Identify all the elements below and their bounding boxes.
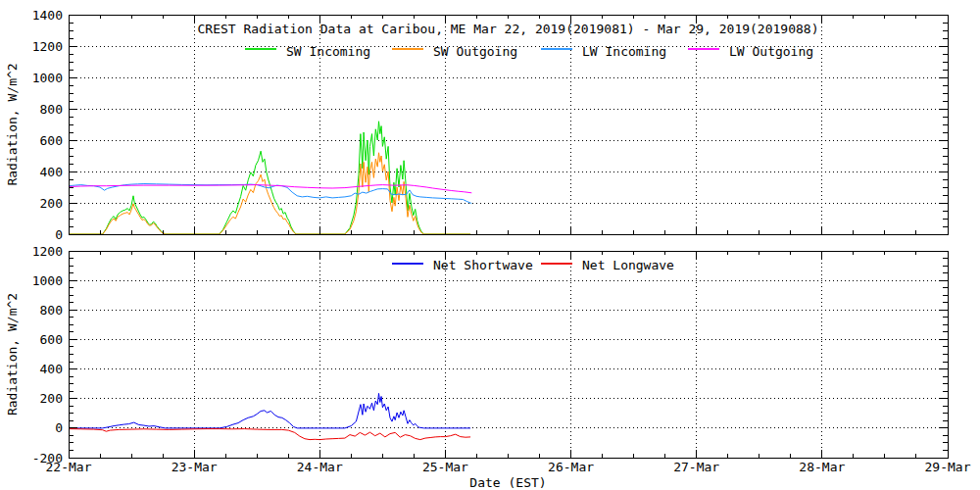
y-tick-label: 1200 [32, 39, 63, 54]
series-line-sw-outgoing [69, 153, 470, 234]
x-tick-label: 28-Mar [799, 460, 845, 474]
y-tick-label: 1000 [32, 273, 63, 288]
y-axis-title: Radiation, W/m^2 [5, 63, 20, 185]
x-tick-label: 29-Mar [925, 460, 971, 474]
y-tick-label: 1400 [32, 8, 63, 23]
x-axis-title: Date (EST) [469, 475, 546, 490]
y-tick-label: 200 [40, 391, 63, 406]
panel-border [69, 251, 948, 458]
chart-title: CREST Radiation Data at Caribou, ME Mar … [198, 22, 819, 36]
y-tick-label: 800 [40, 303, 63, 318]
series-line-sw-incoming [69, 122, 470, 234]
y-tick-label: 0 [55, 420, 63, 435]
y-tick-label: 400 [40, 362, 63, 376]
x-tick-label: 22-Mar [46, 460, 92, 474]
y-tick-label: 600 [40, 332, 63, 347]
x-tick-label: 26-Mar [548, 460, 594, 474]
y-tick-label: 200 [40, 196, 63, 211]
legend-label: Net Longwave [582, 258, 674, 272]
x-tick-label: 25-Mar [422, 460, 468, 474]
y-tick-label: 1000 [32, 71, 63, 85]
y-tick-label: 800 [40, 102, 63, 117]
y-tick-label: 400 [40, 165, 63, 179]
radiation-chart-svg: 0200400600800100012001400Radiation, W/m^… [0, 0, 980, 490]
radiation-figure: 0200400600800100012001400Radiation, W/m^… [0, 0, 980, 490]
y-axis-title: Radiation, W/m^2 [5, 293, 20, 416]
x-tick-label: 27-Mar [673, 460, 719, 474]
x-tick-label: 23-Mar [172, 460, 218, 474]
legend-label: SW Outgoing [433, 44, 517, 59]
series-line-net-longwave [69, 429, 470, 440]
x-tick-label: 24-Mar [297, 460, 343, 474]
y-tick-label: 1200 [32, 244, 63, 259]
bottom-panel: -200020040060080010001200Radiation, W/m^… [5, 244, 948, 466]
legend-label: Net Shortwave [433, 258, 533, 272]
legend-label: LW Outgoing [729, 44, 813, 59]
y-tick-label: 0 [55, 227, 63, 242]
y-tick-label: 600 [40, 133, 63, 148]
top-panel: 0200400600800100012001400Radiation, W/m^… [5, 8, 948, 242]
legend-label: SW Incoming [286, 44, 370, 59]
legend-label: LW Incoming [582, 44, 666, 59]
